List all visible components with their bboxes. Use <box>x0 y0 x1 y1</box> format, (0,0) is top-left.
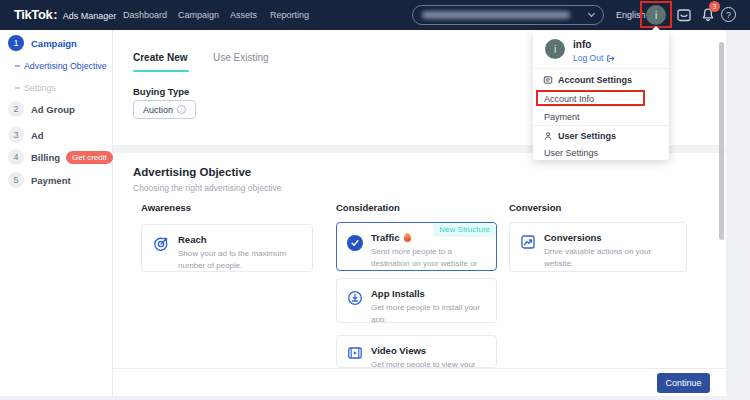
new-structure-badge: New Structure <box>433 223 496 237</box>
help-icon[interactable]: ? <box>721 7 736 22</box>
auction-chip[interactable]: Auction i <box>133 100 196 119</box>
check-circle-icon <box>347 235 363 251</box>
learn-more-link[interactable]: Learn More <box>544 271 585 272</box>
substep-advertising-objective[interactable]: Advertising Objective <box>15 60 107 72</box>
card-description: Drive valuable actions on your website. <box>544 247 651 268</box>
info-icon: i <box>177 105 186 114</box>
card-description: Send more people to a destination on you… <box>371 247 477 271</box>
step-label: Billing <box>31 152 60 163</box>
page-title: Advertising Objective <box>133 166 251 178</box>
redacted-account-name <box>422 11 570 19</box>
notification-count-badge: 3 <box>709 1 720 12</box>
step-number: 5 <box>8 172 24 188</box>
substep-label: Settings <box>24 83 56 93</box>
objective-card-reach[interactable]: Reach Show your ad to the maximum number… <box>141 224 313 272</box>
fire-icon <box>404 233 411 242</box>
id-card-icon <box>543 75 553 85</box>
inbox-icon[interactable] <box>676 7 692 23</box>
step-payment[interactable]: 5 Payment <box>8 172 71 188</box>
buying-type-label: Buying Type <box>133 86 189 97</box>
column-header-conversion: Conversion <box>509 202 561 213</box>
nav-item-assets[interactable]: Assets <box>230 10 257 20</box>
conversions-chart-icon <box>520 234 536 250</box>
column-header-awareness: Awareness <box>141 202 191 213</box>
card-description: Show your ad to the maximum number of pe… <box>178 248 304 272</box>
step-number: 2 <box>8 101 24 117</box>
dropdown-caret <box>651 26 661 31</box>
dropdown-divider <box>533 68 669 69</box>
step-ad[interactable]: 3 Ad <box>8 127 44 143</box>
tiktok-ads-manager-logo: TikTok : Ads Manager <box>14 7 116 22</box>
substep-dash <box>15 65 20 67</box>
card-description: Get more people to view your video <box>371 359 488 368</box>
logo-colon: : <box>53 7 57 22</box>
card-title: Reach <box>178 234 207 245</box>
reach-target-icon <box>152 235 170 253</box>
step-number: 4 <box>8 149 24 165</box>
section-header-account-settings: Account Settings <box>543 75 632 85</box>
logout-icon <box>606 54 615 63</box>
step-campaign[interactable]: 1 Campaign <box>8 35 77 51</box>
menu-item-user-settings[interactable]: User Settings <box>544 148 598 158</box>
card-title: Video Views <box>371 345 426 356</box>
nav-item-campaign[interactable]: Campaign <box>178 10 219 20</box>
tab-use-existing[interactable]: Use Existing <box>213 52 269 63</box>
video-views-icon <box>347 345 363 361</box>
tab-create-new[interactable]: Create New <box>133 52 187 63</box>
logo-brand: TikTok <box>14 7 52 22</box>
section-header-label: User Settings <box>558 131 616 141</box>
step-number: 3 <box>8 127 24 143</box>
nav-item-dashboard[interactable]: Dashboard <box>123 10 167 20</box>
step-billing[interactable]: 4 Billing Get credit <box>8 149 113 165</box>
objective-card-traffic[interactable]: New Structure Traffic Send more people t… <box>336 222 497 271</box>
logout-link[interactable]: Log Out <box>573 53 615 63</box>
dropdown-avatar: i <box>545 39 565 59</box>
nav-item-reporting[interactable]: Reporting <box>270 10 309 20</box>
objective-card-video-views[interactable]: Video Views Get more people to view your… <box>336 335 497 368</box>
logout-label: Log Out <box>573 53 603 63</box>
auction-chip-label: Auction <box>143 105 173 115</box>
substep-settings[interactable]: Settings <box>15 82 56 94</box>
step-label: Ad <box>31 130 44 141</box>
get-credit-badge[interactable]: Get credit <box>66 151 113 164</box>
page-subtitle: Choosing the right advertising objective <box>133 183 281 193</box>
wizard-steps-sidebar: 1 Campaign Advertising Objective Setting… <box>0 30 113 396</box>
substep-dash <box>15 87 20 89</box>
wizard-footer: Continue <box>113 368 726 396</box>
card-title: Conversions <box>544 232 602 243</box>
objective-card-conversions[interactable]: Conversions Drive valuable actions on yo… <box>509 222 687 272</box>
account-selector[interactable] <box>412 5 604 25</box>
section-header-label: Account Settings <box>558 75 632 85</box>
dropdown-username: info <box>573 39 591 50</box>
card-description: Get more people to install your app. <box>371 302 488 323</box>
account-avatar[interactable]: i <box>646 5 666 25</box>
card-title: Traffic <box>371 232 400 243</box>
step-label: Payment <box>31 175 71 186</box>
section-header-user-settings: User Settings <box>543 131 616 141</box>
user-icon <box>543 131 553 141</box>
account-dropdown-menu: i info Log Out Account Settings Account … <box>533 31 669 160</box>
step-number: 1 <box>8 35 24 51</box>
step-label: Ad Group <box>31 104 75 115</box>
top-nav: TikTok : Ads Manager Dashboard Campaign … <box>0 0 750 30</box>
column-header-consideration: Consideration <box>336 202 400 213</box>
chevron-down-icon <box>588 10 595 17</box>
continue-button[interactable]: Continue <box>657 373 710 393</box>
app-installs-icon <box>347 290 363 306</box>
vertical-scrollbar[interactable] <box>719 42 724 240</box>
substep-label: Advertising Objective <box>24 61 107 71</box>
dropdown-divider <box>533 125 669 126</box>
menu-item-account-info[interactable]: Account Info <box>544 94 594 104</box>
objective-card-app-installs[interactable]: App Installs Get more people to install … <box>336 278 497 323</box>
step-ad-group[interactable]: 2 Ad Group <box>8 101 75 117</box>
card-title: App Installs <box>371 288 425 299</box>
menu-item-payment[interactable]: Payment <box>544 112 580 122</box>
step-label: Campaign <box>31 38 77 49</box>
active-tab-underline <box>133 70 189 72</box>
logo-suffix: Ads Manager <box>63 11 117 21</box>
language-selector[interactable]: English <box>616 10 646 20</box>
